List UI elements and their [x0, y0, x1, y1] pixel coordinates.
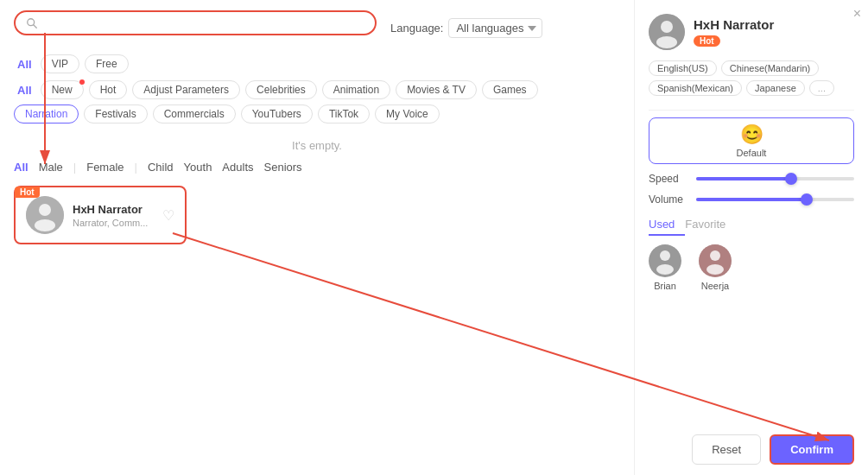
filter-youtubers[interactable]: YouTubers [241, 104, 313, 124]
reset-button[interactable]: Reset [692, 434, 761, 465]
tab-favorite[interactable]: Favorite [685, 214, 736, 236]
search-bar[interactable]: narrator [14, 10, 377, 35]
filter-commercials[interactable]: Commercials [153, 104, 236, 124]
svg-line-1 [34, 24, 37, 28]
filter-row-3: Narration Festivals Commercials YouTuber… [14, 104, 620, 124]
filter-adjust[interactable]: Adjust Parameters [132, 80, 240, 99]
detail-voice-name: HxH Narrator [694, 17, 774, 32]
volume-fill [696, 198, 807, 201]
confirm-button[interactable]: Confirm [770, 434, 854, 465]
speed-thumb[interactable] [785, 173, 797, 185]
volume-thumb[interactable] [801, 193, 813, 206]
svg-point-13 [706, 264, 724, 275]
filter-celebrities[interactable]: Celebrities [245, 80, 317, 99]
speed-fill [696, 177, 791, 180]
recent-voice-neerja[interactable]: Neerja [699, 244, 732, 291]
filter-all-vip[interactable]: All [14, 56, 35, 73]
gender-all[interactable]: All [14, 159, 29, 175]
filter-all-category[interactable]: All [14, 82, 35, 98]
detail-hot-badge: Hot [694, 35, 720, 47]
svg-point-9 [660, 250, 670, 261]
filter-myvoice[interactable]: My Voice [375, 104, 440, 124]
language-select[interactable]: All languages English Chinese [448, 18, 542, 38]
search-icon [26, 17, 38, 29]
speed-track[interactable] [696, 177, 854, 180]
filter-row-1: All VIP Free [14, 54, 620, 73]
svg-point-12 [710, 250, 720, 261]
filter-festivals[interactable]: Festivals [84, 104, 147, 124]
detail-avatar [649, 14, 685, 50]
language-label: Language: [390, 22, 443, 35]
left-panel: narrator Language: All languages English… [0, 0, 635, 475]
lang-tag-en[interactable]: English(US) [649, 60, 717, 76]
tab-used[interactable]: Used [649, 214, 685, 236]
neerja-avatar [699, 244, 732, 277]
favorite-heart-icon[interactable]: ♡ [162, 207, 174, 224]
voice-card-hxh[interactable]: Hot HxH Narrator Narrator, Comm... ♡ [14, 186, 187, 244]
filter-row-2: All New Hot Adjust Parameters Celebritie… [14, 80, 620, 99]
lang-tag-ja[interactable]: Japanese [746, 80, 805, 96]
filter-narration[interactable]: Narration [14, 104, 79, 124]
neerja-name: Neerja [701, 281, 729, 291]
language-tags: English(US) Chinese(Mandarin) Spanish(Me… [649, 60, 854, 96]
recent-voice-brian[interactable]: Brian [649, 244, 681, 291]
voice-hot-badge: Hot [15, 187, 40, 198]
emotion-selector[interactable]: 😊 Default [649, 117, 854, 164]
emotion-emoji: 😊 [740, 124, 763, 146]
lang-tag-zh[interactable]: Chinese(Mandarin) [721, 60, 820, 76]
volume-slider-row: Volume [649, 193, 854, 206]
voice-card-name: HxH Narrator [73, 203, 154, 216]
gender-female[interactable]: Female [86, 159, 124, 175]
svg-point-4 [35, 219, 55, 231]
brian-avatar [649, 244, 681, 277]
gender-child[interactable]: Child [148, 159, 174, 175]
voice-card-info: HxH Narrator Narrator, Comm... [73, 203, 154, 228]
svg-point-3 [39, 204, 51, 216]
filter-vip[interactable]: VIP [41, 54, 79, 73]
speed-slider-row: Speed [649, 173, 854, 185]
svg-point-6 [661, 21, 673, 33]
right-panel: × HxH Narrator Hot English(US) Chinese(M… [635, 0, 868, 475]
volume-label: Volume [649, 193, 687, 206]
voice-card-avatar [26, 196, 64, 234]
voice-card-desc: Narrator, Comm... [73, 218, 154, 228]
emotion-label: Default [737, 148, 767, 158]
voice-detail-header: HxH Narrator Hot [649, 14, 854, 50]
gender-seniors[interactable]: Seniors [264, 159, 302, 175]
used-favorite-tabs: Used Favorite [649, 214, 854, 236]
filter-new[interactable]: New [41, 80, 84, 99]
volume-track[interactable] [696, 198, 854, 201]
lang-tag-es[interactable]: Spanish(Mexican) [649, 80, 742, 96]
filter-games[interactable]: Games [482, 80, 538, 99]
search-input[interactable]: narrator [43, 16, 364, 29]
recent-voices-list: Brian Neerja [649, 244, 854, 291]
new-dot [79, 79, 85, 85]
filter-movies[interactable]: Movies & TV [396, 80, 477, 99]
gender-male[interactable]: Male [39, 159, 63, 175]
lang-tag-more[interactable]: ... [809, 80, 834, 96]
filter-free[interactable]: Free [85, 54, 129, 73]
divider-1 [649, 110, 854, 111]
bottom-buttons: Reset Confirm [649, 434, 854, 465]
svg-point-10 [656, 264, 674, 275]
close-button[interactable]: × [853, 7, 861, 21]
gender-adults[interactable]: Adults [222, 159, 253, 175]
filter-hot[interactable]: Hot [89, 80, 128, 99]
filter-animation[interactable]: Animation [322, 80, 390, 99]
brian-name: Brian [654, 281, 676, 291]
svg-point-7 [656, 36, 677, 48]
gender-youth[interactable]: Youth [184, 159, 212, 175]
gender-filter-row: All Male | Female | Child Youth Adults S… [14, 159, 620, 175]
empty-state: It's empty. [14, 129, 620, 159]
filter-tiktok[interactable]: TikTok [318, 104, 370, 124]
speed-label: Speed [649, 173, 687, 185]
